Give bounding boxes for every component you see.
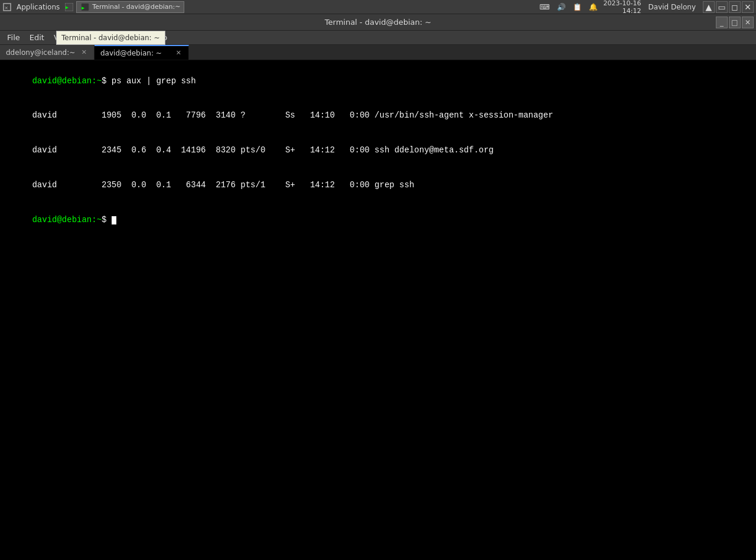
system-bar: ✕ Applications ▶ ▶ Terminal - david@debi… [0, 0, 756, 14]
svg-text:✕: ✕ [5, 5, 8, 11]
tab-close-1[interactable]: ✕ [80, 48, 88, 56]
user-label: David Delony [646, 3, 698, 11]
bell-icon: 🔔 [588, 3, 599, 11]
svg-text:▶: ▶ [66, 5, 69, 10]
clipboard-icon: 📋 [572, 3, 583, 11]
title-bar: Terminal - david@debian: ~ _ □ ✕ [0, 14, 756, 31]
title-bar-controls: _ □ ✕ [716, 17, 756, 28]
cursor [112, 216, 116, 224]
applications-menu[interactable]: Applications [14, 3, 62, 11]
output-line-1: david 1905 0.0 0.1 7796 3140 ? Ss 14:10 … [2, 99, 754, 134]
datetime: 2023-10-16 14:12 [604, 0, 641, 15]
system-bar-right: ⌨ 🔊 📋 🔔 2023-10-16 14:12 David Delony ▲ … [538, 0, 754, 15]
x-system-icon: ✕ [2, 2, 12, 12]
topbar-close-btn[interactable]: ✕ [742, 1, 754, 13]
window-controls-topbar: ▲ ▭ ◻ ✕ [703, 1, 754, 13]
tab-david-debian[interactable]: david@debian: ~ ✕ [94, 45, 189, 60]
tabs-bar: ddelony@iceland:~ ✕ david@debian: ~ ✕ [0, 45, 756, 60]
tooltip: Terminal - david@debian: ~ [56, 31, 165, 45]
taskbar-item-icon: ▶ [80, 2, 90, 12]
menu-file[interactable]: File [2, 32, 25, 43]
command-line: david@debian:~$ ps aux | grep ssh [2, 64, 754, 99]
output-line-2: david 2345 0.6 0.4 14196 8320 pts/0 S+ 1… [2, 134, 754, 168]
tab-label-1: ddelony@iceland:~ [6, 48, 75, 57]
prompt-user-2: david@debian:~ [32, 215, 102, 224]
taskbar-terminal-icon: ▶ [64, 2, 74, 12]
topbar-maximize-btn[interactable]: ◻ [729, 1, 741, 13]
volume-icon: 🔊 [556, 3, 567, 11]
terminal-window: Terminal - david@debian: ~ _ □ ✕ File Ed… [0, 14, 756, 560]
minimize-button[interactable]: _ [716, 17, 728, 28]
terminal-content[interactable]: david@debian:~$ ps aux | grep ssh david … [0, 60, 756, 560]
svg-text:▶: ▶ [82, 4, 84, 10]
tab-close-2[interactable]: ✕ [175, 49, 183, 57]
tab-label-2: david@debian: ~ [100, 49, 162, 57]
title-bar-title: Terminal - david@debian: ~ [325, 18, 431, 27]
menu-edit[interactable]: Edit [25, 32, 49, 43]
tab-ddelony-iceland[interactable]: ddelony@iceland:~ ✕ [0, 45, 94, 60]
system-bar-left: ✕ Applications ▶ ▶ Terminal - david@debi… [2, 1, 538, 13]
topbar-restore-btn[interactable]: ▭ [716, 1, 728, 13]
keyboard-icon: ⌨ [538, 3, 550, 11]
current-prompt-line: david@debian:~$ [2, 203, 754, 237]
taskbar-item[interactable]: ▶ Terminal - david@debian:~ [76, 1, 184, 13]
topbar-minimize-btn[interactable]: ▲ [703, 1, 715, 13]
maximize-button[interactable]: □ [729, 17, 741, 28]
output-line-3: david 2350 0.0 0.1 6344 2176 pts/1 S+ 14… [2, 168, 754, 203]
taskbar-item-label: Terminal - david@debian:~ [92, 3, 180, 11]
close-button[interactable]: ✕ [742, 17, 754, 28]
prompt-user-1: david@debian:~ [32, 76, 102, 86]
